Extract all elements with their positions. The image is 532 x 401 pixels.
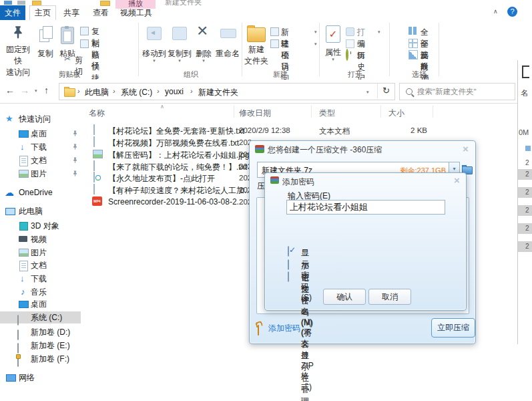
remember-password-checkbox[interactable]: 记住密码(M) (将会显示在管理密码窗口中) xyxy=(288,272,289,282)
select-all-icon xyxy=(409,27,417,35)
sidebar-item-videos[interactable]: 视频 xyxy=(0,233,83,245)
properties-button[interactable]: ✓ 属性 ▾ xyxy=(324,23,342,75)
chevron-down-icon: ▾ xyxy=(324,57,342,61)
sidebar-item-documents-2[interactable]: 文档 xyxy=(0,259,83,271)
delete-icon: × xyxy=(197,20,208,41)
document-icon xyxy=(19,261,28,271)
tab-file[interactable]: 文件 xyxy=(0,5,25,20)
address-bar[interactable]: › 此电脑 › 系统 (C:) › youxi › 新建文件夹 ▾ ↻ xyxy=(59,83,395,100)
breadcrumb-drive-c[interactable]: 系统 (C:) xyxy=(121,87,152,98)
close-icon[interactable]: × xyxy=(463,144,469,154)
confirm-button[interactable]: 确认 xyxy=(323,289,366,305)
close-icon[interactable]: × xyxy=(454,176,460,185)
drive-icon xyxy=(17,343,19,354)
search-icon xyxy=(406,88,413,95)
search-box[interactable]: 搜索"新建文件夹" xyxy=(399,83,515,100)
new-folder-button[interactable]: 新建 文件夹 xyxy=(243,23,270,75)
password-input[interactable] xyxy=(286,200,445,215)
column-header-name[interactable]: 名称 xyxy=(89,108,105,119)
tab-home[interactable]: 主页 xyxy=(29,5,56,21)
sidebar-item-drive-f[interactable]: 新加卷 (F:) xyxy=(0,353,83,365)
add-password-dialog: 添加密码 × 输入密码(E) ✓ 显示密码(S) 加密文件名(N) (不支持ZI… xyxy=(264,172,467,311)
background-column-fragment: 名 xyxy=(521,88,528,98)
show-password-checkbox[interactable]: ✓ 显示密码(S) xyxy=(288,247,289,257)
add-password-link[interactable]: 添加密码 xyxy=(258,323,338,333)
pin-to-quick-access-button[interactable]: 固定到快 速访问 xyxy=(3,23,33,75)
download-icon: ↓ xyxy=(20,141,25,153)
column-header-date[interactable]: 修改日期 xyxy=(239,108,271,119)
pin-icon xyxy=(72,157,78,163)
group-label-new: 新建 xyxy=(267,70,294,80)
ribbon-separator xyxy=(138,23,139,76)
tab-view[interactable]: 查看 xyxy=(88,5,113,20)
copy-to-button[interactable]: 复制到 ▾ xyxy=(167,23,192,75)
sidebar-item-drive-d[interactable]: 新加卷 (D:) xyxy=(0,326,83,338)
up-button[interactable]: ↑ xyxy=(44,85,49,96)
pictures-icon xyxy=(19,170,29,178)
sidebar-item-quick-access[interactable]: ★ 快速访问 xyxy=(0,113,83,125)
sidebar-item-downloads[interactable]: ↓ 下载 xyxy=(0,141,83,153)
column-header-size[interactable]: 大小 xyxy=(388,108,405,119)
sidebar-item-pictures-2[interactable]: 图片 xyxy=(0,247,83,259)
chevron-down-icon: ▾ xyxy=(314,29,317,34)
ribbon-separator xyxy=(319,23,320,76)
encrypt-filenames-checkbox[interactable]: 加密文件名(N) (不支持ZIP格式) xyxy=(288,260,289,270)
select-none-icon xyxy=(409,39,418,48)
open-icon xyxy=(346,27,354,36)
refresh-button[interactable]: ↻ xyxy=(382,86,390,96)
paste-shortcut-icon xyxy=(80,39,89,48)
breadcrumb-new-folder[interactable]: 新建文件夹 xyxy=(198,87,238,98)
qat-icon-fragment[interactable] xyxy=(17,1,25,5)
pin-icon xyxy=(72,130,78,136)
background-icon-fragment xyxy=(525,146,531,151)
breadcrumb-this-pc[interactable]: 此电脑 xyxy=(85,87,109,98)
breadcrumb-youxi[interactable]: youxi xyxy=(165,87,184,96)
qat-icon-fragment[interactable] xyxy=(4,1,12,5)
address-dropdown-icon[interactable]: ▾ xyxy=(366,90,369,94)
recent-locations-dropdown[interactable]: ▾ xyxy=(35,88,37,93)
tab-video-tools[interactable]: 视频工具 xyxy=(117,5,155,20)
3d-objects-icon xyxy=(19,222,28,231)
forward-button[interactable]: → xyxy=(20,85,29,96)
history-button[interactable]: 历史记录 xyxy=(346,49,348,60)
sidebar-item-this-pc[interactable]: 此电脑 xyxy=(0,205,83,217)
table-row[interactable]: 【村花论坛】全免费-无套路-更新快.txt 2020/2/9 12:38 文本文… xyxy=(83,124,517,136)
ribbon-separator xyxy=(242,23,242,76)
paste-icon xyxy=(61,27,74,44)
sidebar-item-onedrive[interactable]: ☁ OneDrive xyxy=(0,186,83,198)
ribbon-separator xyxy=(439,23,439,76)
sidebar-item-pictures[interactable]: 图片 xyxy=(0,168,83,180)
sidebar-item-documents[interactable]: 文档 xyxy=(0,154,83,166)
txt-file-icon xyxy=(93,160,95,171)
back-button[interactable]: ← xyxy=(5,85,15,96)
column-header-type[interactable]: 类型 xyxy=(319,108,335,119)
copy-button[interactable]: 复制 xyxy=(35,23,56,75)
pin-icon xyxy=(72,170,78,176)
unlock-icon xyxy=(258,325,259,336)
compress-now-button[interactable]: 立即压缩 xyxy=(431,318,475,338)
folder-icon xyxy=(64,88,75,97)
computer-icon xyxy=(5,208,15,215)
tab-share[interactable]: 共享 xyxy=(59,5,84,20)
properties-icon: ✓ xyxy=(326,25,340,43)
sidebar-item-downloads-2[interactable]: ↓ 下载 xyxy=(0,273,83,285)
chevron-down-icon: ▾ xyxy=(314,41,317,46)
help-icon[interactable]: ? xyxy=(507,7,517,17)
sidebar-item-3d-objects[interactable]: 3D 对象 xyxy=(0,220,83,232)
chevron-down-icon: ▾ xyxy=(194,58,214,63)
new-folder-icon xyxy=(247,27,266,42)
delete-button[interactable]: × 删除 ▾ xyxy=(194,23,214,75)
sidebar-item-desktop[interactable]: 桌面 xyxy=(0,128,83,140)
move-to-button[interactable]: ◄ 移动到 ▾ xyxy=(142,23,167,75)
star-icon: ★ xyxy=(5,113,13,125)
sidebar-item-drive-e[interactable]: 新加卷 (E:) xyxy=(0,340,83,352)
dialog-title: 您将创建一个压缩文件 -360压缩 xyxy=(268,144,382,156)
sidebar-item-drive-c[interactable]: 系统 (C:) xyxy=(0,311,81,323)
rename-button[interactable]: 重命名 xyxy=(215,23,240,75)
cancel-button[interactable]: 取消 xyxy=(368,289,411,305)
invert-selection-icon xyxy=(409,50,418,59)
sidebar-item-music[interactable]: ♪ 音乐 xyxy=(0,286,83,298)
sidebar-item-desktop-2[interactable]: 桌面 xyxy=(0,298,83,310)
collapse-ribbon-icon[interactable]: ∧ xyxy=(493,8,498,15)
sidebar-item-network[interactable]: 网络 xyxy=(0,372,83,384)
